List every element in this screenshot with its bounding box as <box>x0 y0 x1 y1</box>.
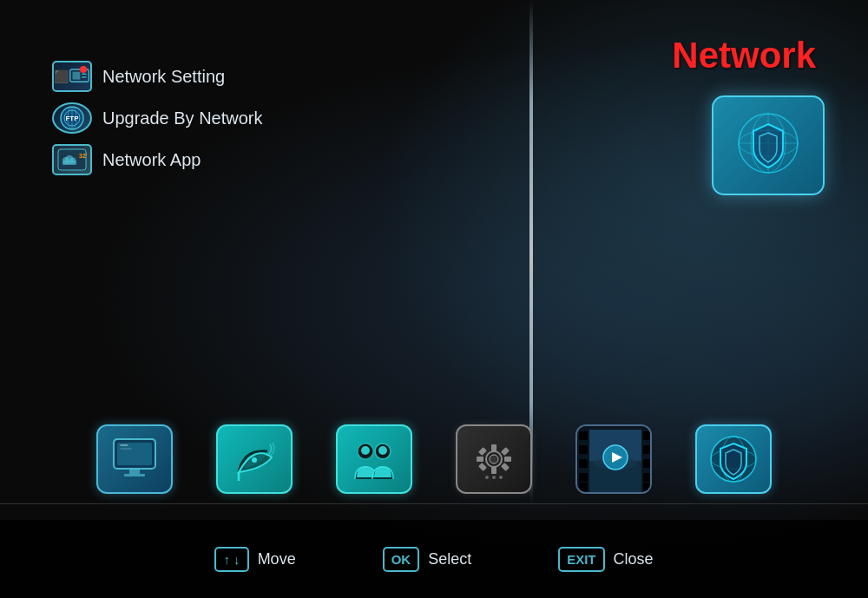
svg-rect-44 <box>501 463 510 471</box>
network-setting-icon <box>52 61 92 92</box>
bottom-divider <box>0 503 868 504</box>
control-ok: OK Select <box>383 547 472 572</box>
large-network-icon <box>712 95 825 195</box>
ok-button[interactable]: OK <box>383 547 420 572</box>
menu-item-network-app[interactable]: 32°C Network App <box>52 144 263 175</box>
menu-label-network-setting: Network Setting <box>102 67 225 87</box>
page-title: Network <box>672 35 816 76</box>
svg-rect-39 <box>477 457 483 462</box>
dock-icon-users[interactable] <box>336 424 412 494</box>
move-label: Move <box>258 550 296 568</box>
svg-rect-41 <box>478 447 487 456</box>
svg-rect-23 <box>124 474 145 476</box>
dock-icon-network-small[interactable] <box>695 424 772 494</box>
svg-point-45 <box>485 476 489 479</box>
control-move: ↑ ↓ Move <box>214 547 295 572</box>
svg-rect-51 <box>579 459 588 468</box>
dock-icon-tv[interactable] <box>96 424 173 494</box>
svg-rect-22 <box>129 469 140 474</box>
bottom-controls-bar: ↑ ↓ Move OK Select EXIT Close <box>0 520 868 598</box>
menu-label-network-app: Network App <box>102 150 201 170</box>
menu-item-upgrade-network[interactable]: FTP Upgrade By Network <box>52 102 263 134</box>
svg-rect-37 <box>491 444 496 451</box>
move-button[interactable]: ↑ ↓ <box>214 547 248 572</box>
menu-list: Network Setting FTP Upgrade By Network <box>52 61 263 175</box>
svg-rect-38 <box>491 467 496 474</box>
svg-point-34 <box>378 446 387 455</box>
weather-icon: 32°C <box>52 144 92 175</box>
menu-label-upgrade-network: Upgrade By Network <box>102 108 263 128</box>
svg-rect-40 <box>504 457 511 462</box>
svg-point-33 <box>361 446 370 455</box>
ok-label: Select <box>428 550 471 568</box>
svg-rect-54 <box>643 431 652 440</box>
svg-point-46 <box>492 476 496 479</box>
svg-text:32°C: 32°C <box>79 153 87 159</box>
dock-icon-satellite[interactable] <box>216 424 293 494</box>
svg-rect-21 <box>117 443 152 465</box>
svg-rect-50 <box>579 445 588 454</box>
ftp-icon: FTP <box>52 102 92 134</box>
exit-label: Close <box>614 550 654 568</box>
svg-rect-43 <box>478 463 487 471</box>
svg-point-27 <box>252 457 257 463</box>
svg-rect-42 <box>501 447 510 456</box>
globe-shield-svg <box>729 107 807 185</box>
bottom-dock <box>0 424 868 494</box>
dock-icon-settings[interactable] <box>456 424 532 494</box>
svg-text:FTP: FTP <box>65 115 79 122</box>
svg-rect-49 <box>579 431 588 440</box>
svg-rect-6 <box>72 72 80 80</box>
menu-item-network-setting[interactable]: Network Setting <box>52 61 263 92</box>
svg-rect-52 <box>579 473 588 482</box>
svg-rect-18 <box>62 161 76 165</box>
dock-icon-video[interactable] <box>575 424 652 494</box>
svg-point-47 <box>499 476 503 479</box>
svg-rect-57 <box>643 473 652 482</box>
exit-button[interactable]: EXIT <box>558 547 604 572</box>
control-exit: EXIT Close <box>558 547 653 572</box>
svg-rect-53 <box>579 483 588 491</box>
svg-rect-56 <box>643 459 652 468</box>
status-dot <box>80 66 87 73</box>
svg-rect-58 <box>643 483 652 491</box>
svg-rect-55 <box>643 445 652 454</box>
svg-point-36 <box>490 455 498 463</box>
